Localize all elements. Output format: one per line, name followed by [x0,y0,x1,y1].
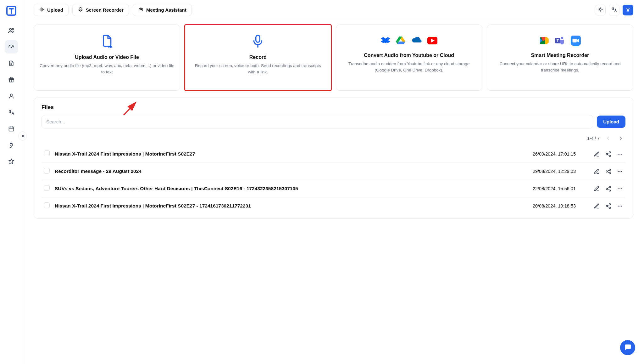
sidebar-item-team[interactable] [5,24,18,37]
table-row[interactable]: SUVs vs Sedans, Adventure Tourers Other … [42,180,625,197]
svg-point-36 [618,188,619,189]
edit-button[interactable] [594,151,600,157]
table-row[interactable]: Recorditor message - 29 August 2024 29/0… [42,163,625,180]
sun-icon [597,7,603,14]
sidebar-item-integrations[interactable] [5,139,18,152]
theme-toggle-button[interactable] [595,5,606,15]
svg-point-28 [606,171,608,172]
card-record-title: Record [249,54,267,60]
sidebar-item-dashboard[interactable] [5,40,18,54]
edit-button[interactable] [594,203,600,209]
share-button[interactable] [605,151,611,157]
file-date: 29/08/2024, 12:29:03 [533,169,576,174]
chat-icon [624,343,631,352]
sidebar-item-calendar[interactable] [5,122,18,135]
screen-recorder-label: Screen Recorder [86,7,124,13]
card-record-desc: Record your screen, voice or both. Send … [191,63,325,76]
more-button[interactable] [617,168,623,174]
sidebar-expand-button[interactable] [18,132,27,140]
user-avatar[interactable]: V [623,5,633,15]
card-meeting-desc: Connect your calendar or share URL to au… [493,61,627,74]
card-upload-file[interactable]: Upload Audio or Video File Convert any a… [34,25,180,91]
file-table: Nissan X-Trail 2024 First Impressions | … [42,145,625,214]
svg-point-42 [618,205,619,206]
card-upload-title: Upload Audio or Video File [75,54,139,60]
upload-button-top[interactable]: Upload [34,4,69,16]
search-input[interactable] [42,115,593,128]
meeting-assistant-button[interactable]: Meeting Assistant [133,4,192,16]
svg-point-17 [561,37,563,39]
row-checkbox[interactable] [44,151,50,156]
svg-point-1 [9,28,11,30]
more-button[interactable] [617,186,623,192]
svg-point-2 [12,28,14,30]
svg-point-43 [619,205,620,206]
chat-fab[interactable] [620,340,635,355]
bot-icon [138,7,144,13]
pager-next[interactable] [617,134,625,142]
svg-rect-9 [139,9,143,11]
svg-point-40 [606,205,608,207]
topbar: Upload Screen Recorder Meeting Assistant [34,0,633,20]
google-drive-icon [396,37,405,46]
svg-point-10 [140,9,141,10]
microphone-icon [252,32,264,50]
main-content: Upload Screen Recorder Meeting Assistant [23,0,644,364]
svg-point-32 [621,171,622,172]
svg-point-29 [609,172,611,174]
file-date: 20/08/2024, 19:18:53 [533,203,576,208]
files-title: Files [42,104,625,111]
card-record[interactable]: Record Record your screen, voice or both… [185,25,331,91]
row-checkbox[interactable] [44,185,50,191]
onedrive-icon [411,37,422,46]
file-name: Recorditor message - 29 August 2024 [55,168,142,174]
table-row[interactable]: Nissan X-Trail 2024 First Impressions | … [42,197,625,215]
file-date: 22/08/2024, 15:56:01 [533,186,576,191]
share-button[interactable] [605,203,611,209]
sidebar [0,0,23,364]
card-cloud-desc: Transcribe audio or video from Youtube l… [342,61,476,74]
pager-prev[interactable] [604,134,612,142]
files-panel: Files Upload 1-4 / 7 Nis [34,98,633,219]
share-button[interactable] [605,168,611,174]
share-button[interactable] [605,186,611,192]
svg-point-34 [606,188,608,190]
card-meeting-recorder[interactable]: T Smart Meeting Recorder Connect your ca… [487,25,633,91]
sidebar-item-documents[interactable] [5,57,18,70]
svg-point-30 [618,171,619,172]
sidebar-item-translate[interactable] [5,106,18,119]
svg-point-26 [621,153,622,154]
action-cards: Upload Audio or Video File Convert any a… [34,25,633,91]
screen-recorder-button[interactable]: Screen Recorder [72,4,129,16]
row-checkbox[interactable] [44,202,50,208]
app-logo[interactable] [5,4,18,17]
card-meeting-title: Smart Meeting Recorder [531,53,589,58]
edit-button[interactable] [594,168,600,174]
more-button[interactable] [617,151,623,157]
sidebar-item-gifts[interactable] [5,73,18,86]
row-checkbox[interactable] [44,168,50,173]
language-button[interactable] [609,5,619,15]
file-name: Nissan X-Trail 2024 First Impressions | … [55,151,195,156]
files-upload-button[interactable]: Upload [597,116,625,128]
svg-text:T: T [557,39,559,43]
google-meet-icon [539,37,549,46]
svg-point-21 [609,151,611,153]
sidebar-item-profile[interactable] [5,89,18,103]
svg-rect-19 [573,39,577,42]
sidebar-item-premium[interactable] [5,155,18,168]
edit-button[interactable] [594,186,600,192]
svg-point-23 [609,155,611,156]
table-row[interactable]: Nissan X-Trail 2024 First Impressions | … [42,145,625,163]
upload-button-top-label: Upload [47,7,63,13]
pager: 1-4 / 7 [42,132,625,145]
svg-point-6 [10,94,13,96]
card-cloud-convert[interactable]: Convert Audio from Youtube or Cloud Tran… [336,25,482,91]
mic-icon [78,7,83,13]
svg-point-38 [621,188,622,189]
card-upload-desc: Convert any audio file (mp3, mp4, wav, a… [40,63,174,76]
more-button[interactable] [617,203,623,209]
svg-point-37 [619,188,620,189]
file-date: 26/09/2024, 17:01:15 [533,151,576,156]
translate-icon [611,7,617,14]
